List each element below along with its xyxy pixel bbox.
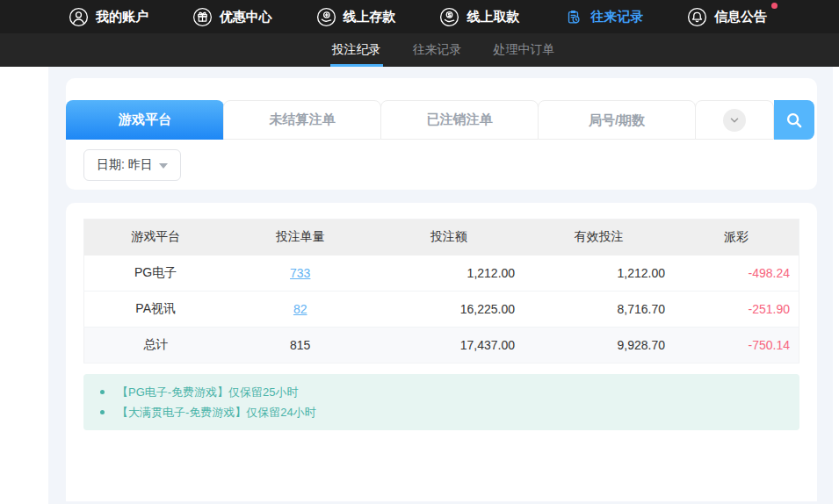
bet-count-link[interactable]: 733 bbox=[290, 266, 310, 280]
total-bet-amount: 17,437.00 bbox=[373, 328, 524, 364]
cell-platform: PG电子 bbox=[84, 256, 228, 292]
records-icon bbox=[563, 7, 583, 27]
withdraw-icon bbox=[439, 7, 459, 27]
nav-item-withdraw[interactable]: 线上取款 bbox=[439, 7, 519, 27]
table-row: PG电子 733 1,212.00 1,212.00 -498.24 bbox=[84, 256, 799, 292]
cell-payout: -251.90 bbox=[674, 292, 799, 328]
nav-item-label: 线上取款 bbox=[467, 9, 519, 25]
nav-item-label: 线上存款 bbox=[344, 9, 396, 25]
note-text: 【PG电子-免费游戏】仅保留25小时 bbox=[117, 382, 299, 402]
header-bet-count: 投注单量 bbox=[227, 220, 373, 256]
gift-icon bbox=[192, 7, 213, 27]
platform-dropdown[interactable] bbox=[695, 100, 774, 140]
nav-item-label: 往来记录 bbox=[590, 9, 643, 25]
note-line: 【PG电子-免费游戏】仅保留25小时 bbox=[83, 382, 799, 402]
nav-item-label: 信息公告 bbox=[714, 9, 767, 25]
cell-bet-amount: 1,212.00 bbox=[373, 256, 524, 292]
bell-icon bbox=[687, 7, 707, 27]
header-platform: 游戏平台 bbox=[84, 220, 228, 256]
note-text: 【大满贯电子-免费游戏】仅保留24小时 bbox=[117, 402, 316, 422]
bullet-icon bbox=[100, 410, 105, 414]
cell-payout: -498.24 bbox=[674, 256, 799, 292]
cell-platform: PA视讯 bbox=[84, 292, 228, 328]
top-navbar: 我的账户 优惠中心 线上存款 线上取款 bbox=[0, 0, 839, 33]
table-header-row: 游戏平台 投注单量 投注额 有效投注 派彩 bbox=[84, 220, 799, 256]
header-valid-bets: 有效投注 bbox=[524, 220, 674, 256]
date-filter-label: 日期: 昨日 bbox=[97, 157, 153, 173]
nav-item-my-account[interactable]: 我的账户 bbox=[69, 7, 148, 27]
total-label: 总计 bbox=[84, 328, 228, 364]
deposit-icon bbox=[316, 7, 336, 27]
date-filter-row: 日期: 昨日 bbox=[83, 149, 817, 190]
search-icon bbox=[785, 111, 804, 130]
bet-count-link[interactable]: 82 bbox=[293, 302, 307, 316]
round-number-input[interactable] bbox=[539, 101, 695, 139]
nav-item-label: 我的账户 bbox=[96, 9, 148, 25]
chevron-down-icon bbox=[723, 109, 746, 132]
nav-item-promotions[interactable]: 优惠中心 bbox=[192, 7, 272, 27]
nav-item-announcements[interactable]: 信息公告 bbox=[687, 7, 767, 27]
total-bet-count: 815 bbox=[227, 328, 373, 364]
round-number-cell bbox=[538, 100, 696, 140]
bet-summary-table: 游戏平台 投注单量 投注额 有效投注 派彩 PG电子 733 1,212.00 … bbox=[83, 219, 799, 364]
header-bet-amount: 投注额 bbox=[373, 220, 524, 256]
cell-bet-amount: 16,225.00 bbox=[373, 292, 524, 328]
cell-valid-bets: 1,212.00 bbox=[524, 256, 674, 292]
notes-panel: 【PG电子-免费游戏】仅保留25小时 【大满贯电子-免费游戏】仅保留24小时 bbox=[83, 374, 799, 430]
tab-cancelled-bets[interactable]: 已注销注单 bbox=[380, 100, 539, 140]
search-button[interactable] bbox=[774, 100, 814, 140]
results-card: 游戏平台 投注单量 投注额 有效投注 派彩 PG电子 733 1,212.00 … bbox=[66, 203, 817, 501]
nav-item-records[interactable]: 往来记录 bbox=[563, 7, 643, 27]
total-valid-bets: 9,928.70 bbox=[524, 328, 674, 364]
caret-down-icon bbox=[159, 163, 168, 169]
table-row: PA视讯 82 16,225.00 8,716.70 -251.90 bbox=[84, 292, 799, 328]
subnav-transaction-records[interactable]: 往来记录 bbox=[411, 33, 464, 67]
tab-game-platform[interactable]: 游戏平台 bbox=[66, 100, 224, 140]
user-icon bbox=[69, 7, 89, 27]
nav-item-label: 优惠中心 bbox=[220, 9, 272, 25]
page-background: 游戏平台 未结算注单 已注销注单 日期: 昨日 bbox=[48, 67, 833, 504]
total-payout: -750.14 bbox=[674, 328, 799, 364]
nav-item-deposit[interactable]: 线上存款 bbox=[316, 7, 396, 27]
cell-valid-bets: 8,716.70 bbox=[524, 292, 674, 328]
table-total-row: 总计 815 17,437.00 9,928.70 -750.14 bbox=[84, 328, 799, 364]
subnav-bet-records[interactable]: 投注纪录 bbox=[330, 33, 383, 67]
filter-tab-row: 游戏平台 未结算注单 已注销注单 bbox=[66, 100, 817, 140]
header-payout: 派彩 bbox=[674, 220, 799, 256]
filter-card: 游戏平台 未结算注单 已注销注单 日期: 昨日 bbox=[66, 78, 817, 190]
notification-dot bbox=[771, 3, 778, 9]
date-filter-button[interactable]: 日期: 昨日 bbox=[83, 149, 181, 181]
sub-navbar: 投注纪录 往来记录 处理中订单 bbox=[0, 33, 839, 67]
note-line: 【大满贯电子-免费游戏】仅保留24小时 bbox=[83, 402, 799, 422]
tab-unsettled-bets[interactable]: 未结算注单 bbox=[223, 100, 381, 140]
bullet-icon bbox=[100, 390, 105, 394]
subnav-processing-orders[interactable]: 处理中订单 bbox=[492, 33, 557, 67]
